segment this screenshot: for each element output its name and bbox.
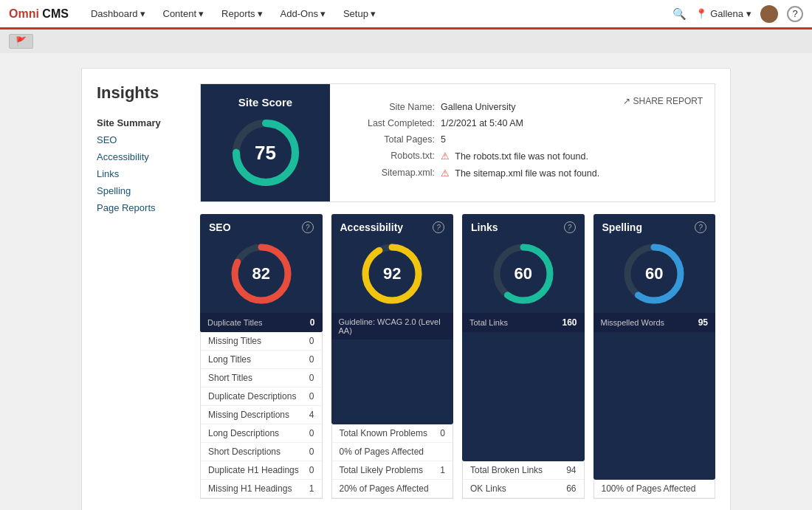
sidebar-item-spelling[interactable]: Spelling: [97, 182, 185, 199]
spelling-donut-container: 60: [621, 241, 687, 307]
spelling-details: 100% of Pages Affected: [593, 480, 716, 499]
accessibility-card-header: Accessibility ?: [331, 214, 454, 233]
spelling-metric-value: 95: [698, 317, 708, 328]
nav-content[interactable]: Content ▾: [156, 4, 212, 24]
accessibility-column: Accessibility ? 92: [331, 214, 454, 499]
location-chevron-icon: ▾: [746, 8, 751, 19]
site-score-card: Site Score 75: [201, 84, 330, 201]
robots-text: The robots.txt file was not found.: [455, 151, 588, 162]
spelling-metric-label: Misspelled Words: [601, 318, 665, 327]
nav-reports[interactable]: Reports ▾: [214, 4, 270, 24]
accessibility-donut-container: 92: [359, 241, 425, 307]
accessibility-card: Accessibility ? 92: [331, 214, 454, 424]
seo-metric-label: Duplicate Titles: [207, 318, 263, 327]
share-report-label: SHARE REPORT: [633, 96, 703, 106]
detail-pages-affected: 100% of Pages Affected: [594, 480, 715, 498]
site-name-value: Gallena University: [441, 102, 515, 112]
logo: Omni CMS: [9, 7, 69, 21]
seo-card: SEO ? 82: [200, 214, 323, 332]
accessibility-primary-metric: Guideline: WCAG 2.0 (Level AA): [331, 313, 454, 340]
site-score-value: 75: [255, 142, 276, 165]
seo-primary-metric: Duplicate Titles 0: [200, 313, 323, 332]
sidebar-item-accessibility[interactable]: Accessibility: [97, 148, 185, 165]
spelling-help-icon[interactable]: ?: [695, 221, 706, 233]
links-metric-label: Total Links: [469, 318, 508, 327]
seo-metric-value: 0: [310, 317, 315, 328]
nav-addons[interactable]: Add-Ons ▾: [273, 4, 333, 24]
seo-column: SEO ? 82: [200, 214, 323, 499]
links-title: Links: [471, 221, 498, 233]
links-metric-value: 160: [562, 317, 577, 328]
links-card-header: Links ?: [462, 214, 585, 233]
sitemap-warning-icon: ⚠: [441, 168, 450, 179]
insights-sidebar: Insights Site Summary SEO Accessibility …: [97, 83, 185, 510]
links-help-icon[interactable]: ?: [564, 221, 576, 233]
accessibility-title: Accessibility: [340, 221, 404, 233]
logo-cms: CMS: [39, 7, 69, 20]
links-donut-container: 60: [490, 241, 557, 307]
detail-ok-links: OK Links66: [463, 480, 584, 498]
spelling-column: Spelling ? 60: [593, 214, 716, 499]
location-selector[interactable]: 📍 Gallena ▾: [695, 8, 751, 19]
share-icon: ↗: [623, 96, 630, 106]
insights-main: Site Score 75 ↗ SHARE REPORT: [200, 83, 715, 510]
insights-container: Insights Site Summary SEO Accessibility …: [81, 68, 731, 510]
nav-dashboard[interactable]: Dashboard ▾: [83, 4, 153, 24]
sidebar-item-seo[interactable]: SEO: [97, 131, 185, 148]
spelling-donut: 60: [593, 233, 716, 313]
detail-likely-problems: Total Likely Problems1: [332, 461, 453, 480]
seo-help-icon[interactable]: ?: [302, 221, 314, 233]
sitemap-value: ⚠ The sitemap.xml file was not found.: [441, 168, 599, 179]
accessibility-help-icon[interactable]: ?: [433, 221, 444, 233]
links-column: Links ? 60: [462, 214, 585, 499]
insights-layout: Insights Site Summary SEO Accessibility …: [97, 83, 715, 510]
nav-right: 🔍 📍 Gallena ▾ ?: [672, 5, 803, 23]
robots-value: ⚠ The robots.txt file was not found.: [441, 151, 588, 162]
sitemap-text: The sitemap.xml file was not found.: [455, 168, 599, 179]
detail-likely-pct: 20% of Pages Affected: [332, 480, 453, 498]
sidebar-item-site-summary[interactable]: Site Summary: [97, 114, 185, 131]
site-score-title: Site Score: [238, 96, 292, 108]
links-primary-metric: Total Links 160: [462, 313, 585, 332]
help-button[interactable]: ?: [787, 6, 803, 22]
spelling-card: Spelling ? 60: [593, 214, 716, 480]
detail-broken-links: Total Broken Links94: [463, 461, 584, 480]
detail-long-titles: Long Titles0: [201, 351, 322, 369]
sidebar-item-page-reports[interactable]: Page Reports: [97, 199, 185, 216]
sidebar-item-links[interactable]: Links: [97, 165, 185, 182]
page-body: Insights Site Summary SEO Accessibility …: [0, 53, 812, 510]
flag-icon: 🚩: [16, 36, 27, 46]
seo-title: SEO: [209, 221, 231, 233]
total-pages-value: 5: [441, 134, 446, 145]
sitemap-label: Sitemap.xml:: [345, 168, 441, 179]
detail-long-desc: Long Descriptions0: [201, 424, 322, 443]
detail-duplicate-desc: Duplicate Descriptions0: [201, 387, 322, 406]
accessibility-metric-label: Guideline: WCAG 2.0 (Level AA): [339, 317, 447, 335]
accessibility-score: 92: [383, 264, 401, 283]
user-avatar[interactable]: [760, 5, 778, 23]
total-pages-row: Total Pages: 5: [345, 134, 700, 145]
last-completed-value: 1/2/2021 at 5:40 AM: [441, 118, 523, 128]
detail-known-problems: Total Known Problems0: [332, 424, 453, 443]
search-icon[interactable]: 🔍: [672, 7, 687, 21]
detail-short-titles: Short Titles0: [201, 369, 322, 387]
spelling-title: Spelling: [602, 221, 642, 233]
detail-missing-desc: Missing Descriptions4: [201, 406, 322, 424]
location-pin-icon: 📍: [695, 8, 707, 19]
flag-button[interactable]: 🚩: [9, 34, 33, 49]
links-details: Total Broken Links94 OK Links66: [462, 461, 585, 499]
spelling-card-header: Spelling ?: [593, 214, 716, 233]
total-pages-label: Total Pages:: [345, 134, 441, 145]
nav-setup[interactable]: Setup ▾: [336, 4, 383, 24]
detail-missing-h1: Missing H1 Headings1: [201, 480, 322, 498]
spelling-score: 60: [645, 264, 663, 283]
links-card: Links ? 60: [462, 214, 585, 461]
links-score: 60: [515, 264, 532, 283]
share-report-button[interactable]: ↗ SHARE REPORT: [623, 96, 703, 106]
spelling-primary-metric: Misspelled Words 95: [593, 313, 716, 332]
seo-donut: 82: [200, 233, 323, 313]
seo-card-header: SEO ?: [200, 214, 323, 233]
nav-items: Dashboard ▾ Content ▾ Reports ▾ Add-Ons …: [83, 4, 672, 24]
logo-omni: Omni: [9, 7, 39, 20]
site-score-info: ↗ SHARE REPORT Site Name: Gallena Univer…: [330, 84, 715, 201]
